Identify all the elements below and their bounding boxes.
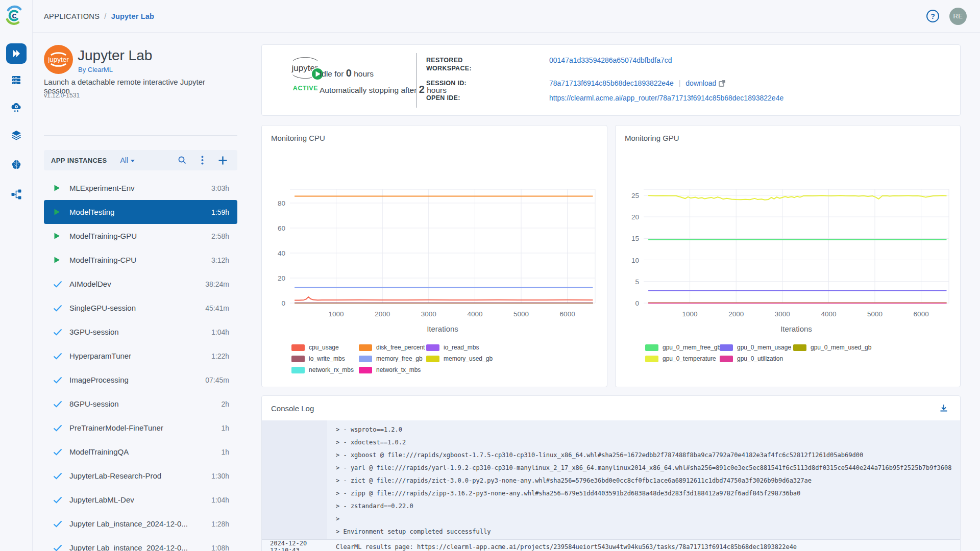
gpu-chart-legend: gpu_0_mem_free_gbgpu_0_mem_usagegpu_0_me… [645, 344, 871, 362]
app-instance-row[interactable]: AIModelDev38:24m [44, 272, 237, 296]
legend-item[interactable]: memory_free_gb [359, 355, 419, 362]
rail-item-applications[interactable] [6, 43, 27, 64]
cpu-chart-legend: cpu_usagedisk_free_percentio_read_mbsio_… [291, 344, 493, 373]
svg-text:25: 25 [631, 192, 639, 199]
app-instance-row[interactable]: ModelTraining-CPU3:12h [44, 248, 237, 272]
download-log-icon[interactable] [939, 403, 949, 413]
svg-text:5000: 5000 [867, 310, 883, 318]
search-icon[interactable] [177, 155, 187, 166]
completed-check-icon [53, 328, 62, 337]
app-instance-row[interactable]: ImageProcessing07:45m [44, 368, 237, 392]
app-instance-row[interactable]: Jupyter Lab_instance_2024-12-0...1:28h [44, 512, 237, 536]
console-log-body[interactable]: > - wsproto==1.2.0> - xdoctest==1.0.2> -… [262, 420, 960, 539]
download-session-link[interactable]: download [685, 79, 725, 87]
instance-duration: 45:41m [200, 304, 229, 312]
rail-item-datasets[interactable] [6, 125, 27, 145]
instance-name: PreTrainerModel-FineTuner [69, 423, 163, 432]
app-instance-row[interactable]: 3GPU-session1:04h [44, 320, 237, 344]
legend-swatch [359, 356, 372, 362]
legend-item[interactable]: gpu_0_mem_usage [720, 344, 786, 351]
gpu-chart-plot[interactable]: 0510152025100020003000400050006000Iterat… [616, 146, 961, 337]
breadcrumb-separator: / [104, 12, 106, 20]
legend-swatch [359, 367, 372, 373]
app-instance-row[interactable]: ModelTraining-GPU2:58h [44, 224, 237, 248]
cpu-chart-plot[interactable]: 020406080100020003000400050006000Iterati… [262, 146, 608, 337]
legend-item[interactable]: disk_free_percent [359, 344, 419, 351]
kebab-menu-icon[interactable] [197, 155, 208, 166]
instance-duration: 2h [216, 400, 229, 408]
svg-text:40: 40 [278, 249, 285, 257]
app-instance-row[interactable]: ModelTrainingQA1h [44, 440, 237, 464]
breadcrumb-applications[interactable]: APPLICATIONS [44, 12, 100, 20]
legend-swatch [291, 344, 305, 351]
instance-duration: 1h [216, 448, 229, 456]
completed-check-icon [53, 447, 62, 457]
completed-check-icon [53, 280, 62, 289]
legend-item[interactable]: network_rx_mbs [291, 366, 352, 373]
log-results-link[interactable]: ClearML results page: https://clearml-ap… [336, 543, 797, 550]
avatar[interactable]: RE [949, 8, 967, 25]
svg-text:15: 15 [631, 235, 639, 242]
legend-swatch [720, 356, 733, 362]
add-instance-button[interactable] [217, 155, 228, 166]
restored-workspace-value[interactable]: 00147a1d33594286a65074dbfbdfa7cd [549, 56, 672, 64]
instances-filter-dropdown[interactable]: All [120, 156, 135, 164]
legend-swatch [359, 344, 372, 351]
breadcrumb: APPLICATIONS / Jupyter Lab [44, 12, 154, 20]
app-instances-list: MLExperiment-Env3:03hModelTesting1:59hMo… [44, 176, 237, 551]
instance-name: Jupyter Lab_instance_2024-12-0... [69, 519, 188, 528]
instance-name: ModelTrainingQA [69, 447, 129, 456]
instance-duration: 2:58h [206, 232, 229, 240]
app-instance-row[interactable]: 8GPU-session2h [44, 392, 237, 416]
svg-text:5000: 5000 [513, 310, 529, 318]
legend-item[interactable]: gpu_0_utilization [720, 355, 786, 362]
svg-text:3000: 3000 [775, 310, 790, 318]
app-instance-row[interactable]: MLExperiment-Env3:03h [44, 176, 237, 200]
external-link-icon [719, 80, 725, 87]
app-instance-row[interactable]: PreTrainerModel-FineTuner1h [44, 416, 237, 440]
legend-item[interactable]: cpu_usage [291, 344, 352, 351]
rail-item-ai-models[interactable] [6, 155, 27, 175]
app-instance-row[interactable]: ModelTesting1:59h [44, 200, 237, 224]
legend-item[interactable]: gpu_0_mem_used_gb [793, 344, 871, 351]
layers-icon [10, 129, 22, 141]
instance-duration: 1:59h [206, 208, 229, 216]
svg-text:0: 0 [635, 299, 639, 307]
legend-label: cpu_usage [309, 344, 339, 351]
legend-item[interactable]: gpu_0_temperature [645, 355, 713, 362]
app-instance-row[interactable]: JupyterLab-Research-Prod1:30h [44, 464, 237, 488]
autostop-hours-value: 2 [419, 84, 425, 95]
legend-swatch [645, 356, 658, 362]
svg-text:Iterations: Iterations [780, 324, 812, 333]
legend-label: gpu_0_temperature [663, 355, 716, 362]
legend-swatch [426, 344, 439, 351]
svg-text:1000: 1000 [682, 310, 698, 318]
svg-text:80: 80 [278, 199, 285, 207]
legend-label: disk_free_percent [376, 344, 425, 351]
app-instance-row[interactable]: JupyterLabML-Dev1:04h [44, 488, 237, 512]
legend-item[interactable]: io_write_mbs [291, 355, 352, 362]
app-byline-link[interactable]: By ClearML [78, 66, 113, 73]
instance-duration: 1:08h [206, 544, 229, 551]
legend-item[interactable]: memory_used_gb [426, 355, 493, 362]
help-icon[interactable]: ? [926, 10, 939, 22]
legend-swatch [291, 356, 305, 362]
completed-check-icon [53, 375, 62, 385]
app-instance-row[interactable]: HyperparamTuner1:22h [44, 344, 237, 368]
legend-item[interactable]: io_read_mbs [426, 344, 493, 351]
instance-name: HyperparamTuner [69, 352, 131, 360]
rail-item-workers-queues[interactable] [6, 70, 27, 90]
cloud-gear-icon [10, 101, 22, 113]
app-instance-row[interactable]: Jupyter Lab_instance_2024-12-0...1:08h [44, 536, 237, 551]
instance-duration: 3:12h [206, 256, 229, 264]
open-ide-url[interactable]: https://clearml.acme.ai/app_router/78a71… [549, 94, 783, 102]
session-id-value[interactable]: 78a71713f6914c85b68dec1893822e4e [549, 79, 674, 87]
app-instance-row[interactable]: SingleGPU-session45:41m [44, 296, 237, 320]
rail-item-cloud-autoscaler[interactable] [6, 97, 27, 117]
legend-item[interactable]: gpu_0_mem_free_gb [645, 344, 713, 351]
instance-duration: 3:03h [206, 184, 229, 192]
sidebar-divider [44, 135, 237, 136]
rail-item-pipelines[interactable] [6, 184, 27, 205]
legend-item[interactable]: network_tx_mbs [359, 366, 419, 373]
clearml-logo[interactable]: c [3, 4, 26, 27]
